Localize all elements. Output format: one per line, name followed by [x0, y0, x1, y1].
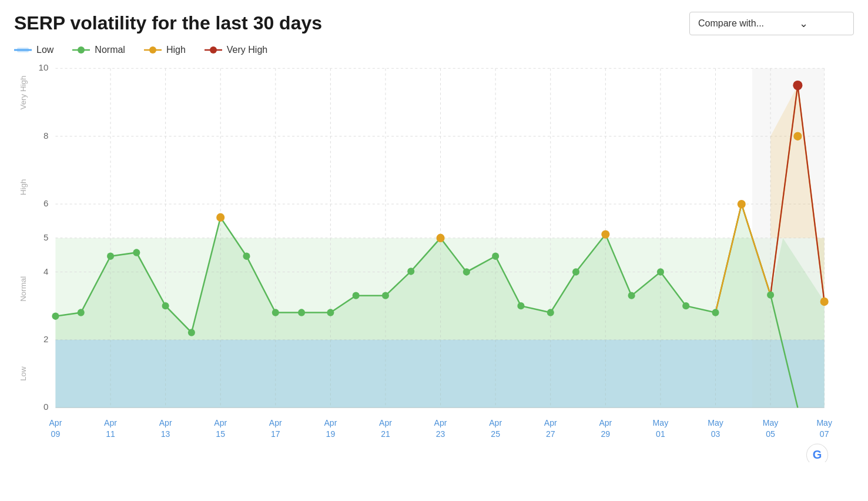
x-label-may07b: 07: [820, 429, 829, 439]
x-label-apr17b: 17: [271, 429, 280, 439]
dot-apr30: [628, 292, 635, 299]
x-label-apr11: Apr: [104, 418, 117, 427]
y-label-8: 8: [43, 131, 48, 141]
x-label-may01: May: [653, 418, 669, 427]
dot-apr29-high: [601, 230, 609, 238]
dot-may02: [682, 302, 689, 309]
x-label-may05: May: [763, 418, 779, 427]
legend-item-low: Low: [14, 45, 53, 55]
page-title: SERP volatility for the last 30 days: [14, 12, 322, 34]
x-label-may01b: 01: [656, 429, 665, 439]
dot-apr28: [572, 268, 579, 275]
compare-label: Compare with...: [698, 18, 764, 29]
dot-apr15-high: [216, 213, 224, 222]
svg-text:G: G: [813, 448, 822, 461]
svg-point-7: [210, 46, 217, 54]
x-label-apr19: Apr: [324, 418, 337, 427]
dot-may07: [820, 298, 829, 306]
dot-apr26: [517, 302, 524, 309]
legend-label-high: High: [166, 45, 186, 55]
x-label-may03b: 03: [711, 429, 720, 439]
chart-container: 0 2 4 5 6 8 10 Low Normal High Very High: [14, 62, 854, 462]
dot-apr13: [162, 302, 169, 309]
band-label-normal: Normal: [19, 276, 28, 302]
dot-apr11: [107, 253, 114, 260]
svg-point-5: [149, 46, 156, 54]
x-label-apr27b: 27: [546, 429, 555, 439]
x-label-apr25: Apr: [489, 418, 502, 427]
chart-legend: Low Normal High Very High: [14, 45, 854, 55]
x-label-apr23b: 23: [436, 429, 445, 439]
dot-apr21: [382, 292, 389, 299]
x-label-apr29b: 29: [601, 429, 611, 439]
legend-item-high: High: [144, 45, 186, 55]
x-label-apr19b: 19: [326, 429, 336, 439]
x-label-apr27: Apr: [544, 418, 557, 427]
svg-rect-1: [17, 48, 29, 52]
volatility-chart: 0 2 4 5 6 8 10 Low Normal High Very High: [14, 62, 854, 462]
x-label-apr25b: 25: [491, 429, 500, 439]
x-label-apr15: Apr: [214, 418, 227, 427]
page-header: SERP volatility for the last 30 days Com…: [14, 12, 854, 35]
dot-apr19: [298, 309, 305, 316]
x-label-apr23: Apr: [434, 418, 447, 427]
band-label-high: High: [19, 179, 28, 195]
legend-item-normal: Normal: [72, 45, 125, 55]
y-label-5: 5: [43, 232, 48, 242]
legend-label-low: Low: [36, 45, 53, 55]
dot-may05-high: [793, 132, 802, 140]
legend-label-very-high: Very High: [227, 45, 267, 55]
dot-may04-high: [738, 200, 746, 208]
dot-apr22: [407, 268, 414, 275]
dot-apr23-high: [437, 234, 445, 242]
x-label-apr17: Apr: [269, 418, 282, 427]
chevron-down-icon: ⌄: [799, 17, 808, 30]
y-label-6: 6: [43, 198, 48, 208]
legend-item-very-high: Very High: [205, 45, 267, 55]
x-label-may03: May: [708, 418, 723, 427]
x-label-apr13: Apr: [159, 418, 172, 427]
dot-apr19b: [327, 309, 334, 316]
x-label-apr09: Apr: [49, 418, 62, 427]
dot-apr14: [188, 329, 195, 336]
legend-label-normal: Normal: [95, 45, 125, 55]
x-label-apr29: Apr: [599, 418, 612, 427]
x-label-apr09b: 09: [51, 429, 61, 439]
dot-may05: [767, 291, 774, 298]
y-label-2: 2: [43, 334, 48, 344]
x-label-may07: May: [816, 418, 832, 427]
svg-point-3: [78, 46, 85, 54]
y-label-0: 0: [43, 402, 48, 412]
dot-apr08: [52, 313, 59, 320]
dot-apr16: [243, 253, 250, 260]
dot-apr25: [492, 253, 499, 260]
dot-apr17: [272, 309, 279, 316]
dot-may01: [657, 268, 664, 275]
google-icon: G: [806, 444, 827, 462]
x-label-apr21: Apr: [379, 418, 392, 427]
dot-may03: [712, 309, 719, 316]
dot-apr09: [78, 309, 85, 316]
dot-apr24: [463, 268, 470, 275]
band-label-very-high: Very High: [19, 76, 28, 110]
dot-apr12: [133, 249, 140, 256]
chart-area-blue: [55, 340, 824, 408]
dot-apr20: [353, 292, 360, 299]
x-label-apr21b: 21: [381, 429, 390, 439]
y-label-4: 4: [43, 266, 49, 276]
x-label-apr13b: 13: [161, 429, 170, 439]
y-label-10: 10: [39, 62, 49, 72]
x-label-may05b: 05: [766, 429, 775, 439]
compare-dropdown[interactable]: Compare with... ⌄: [689, 12, 854, 35]
x-label-apr11b: 11: [106, 429, 115, 439]
dot-apr27: [547, 309, 554, 316]
band-label-low: Low: [19, 366, 28, 381]
x-label-apr15b: 15: [216, 429, 225, 439]
dot-very-high: [793, 81, 802, 90]
